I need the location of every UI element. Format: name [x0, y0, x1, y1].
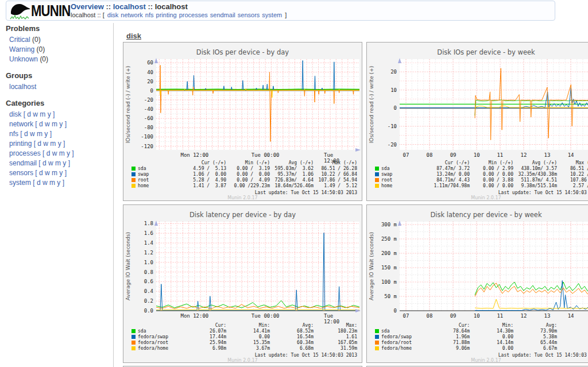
graph-image[interactable] — [156, 222, 359, 311]
legend-series-name: home — [131, 183, 183, 188]
sidebar-link-printing[interactable]: printing [ d w m y ] — [9, 140, 65, 148]
sidebar-link-critical[interactable]: Critical — [9, 36, 30, 44]
graph-legend: Cur:Min:Avg:Max:sda78.64m14.30m73.90mfed… — [375, 322, 588, 351]
sidebar-item-network: network [ d w m y ] — [6, 119, 110, 129]
legend-value — [557, 339, 588, 345]
y-tick-label: 20 — [123, 79, 153, 84]
graph-image[interactable] — [400, 59, 588, 150]
legend-value: 13.24m/ 0.00 — [426, 171, 470, 177]
subnav-prefix: localhost :: [ — [71, 11, 106, 18]
sidebar-link-processes[interactable]: processes [ d w m y ] — [9, 149, 74, 157]
legend-corner — [131, 160, 183, 165]
legend-row: fedora/home6.98m3.67m6.68m31.59m — [131, 345, 357, 351]
sidebar-link-warning[interactable]: Warning — [9, 45, 34, 53]
legend-swatch-fedora-home — [131, 346, 136, 350]
legend-col-header: Avg: — [270, 322, 314, 328]
legend-value: 0.00 / 0.00 — [226, 171, 270, 177]
y-tick-label: 0 — [367, 105, 397, 111]
legend-value: 0.00 — [470, 345, 513, 351]
y-tick-label: -80 — [123, 125, 153, 130]
legend-value: 1.41 / 3.87 — [183, 183, 226, 188]
subnav-link-sendmail[interactable]: sendmail — [210, 11, 235, 18]
legend-value: 14.30m — [470, 328, 513, 334]
legend-value: 32.35m/430.38m — [513, 171, 557, 177]
sidebar-divider — [113, 23, 114, 367]
subnav-link-system[interactable]: system — [262, 11, 282, 18]
graph-panel-disk-latency-week: Disk latency per device - by weekAverage… — [366, 204, 588, 363]
legend-series-name: fedora/swap — [375, 334, 426, 339]
breadcrumb-group-link[interactable]: localhost — [113, 2, 146, 11]
legend-value: 0.00 / 3.19 — [226, 165, 270, 171]
legend-value: 0.00 / 0.00 — [470, 171, 513, 177]
sidebar-item-unknown: Unknown (0) — [6, 55, 110, 64]
legend-row: swap13.24m/ 0.000.00 / 0.0032.35m/430.38… — [375, 171, 588, 177]
last-update: Last update: Tue Oct 15 14:50:03 2013 — [131, 353, 357, 358]
legend-value: 0.00 — [470, 334, 513, 339]
subnav-link-network[interactable]: network — [121, 11, 143, 18]
x-tick-label: 09 — [450, 152, 457, 158]
sidebar-link-sendmail[interactable]: sendmail [ d w m y ] — [9, 159, 70, 167]
sidebar-link-network[interactable]: network [ d w m y ] — [9, 120, 67, 128]
legend-value: 0.00 / 2.99 — [470, 165, 513, 171]
legend-row: fedora/root71.88m14.14m65.44m — [375, 339, 588, 345]
legend-row: fedora/swap1.96m0.005.38m — [375, 334, 588, 339]
legend-value: 0.00 / 4.09 — [226, 177, 270, 183]
sidebar-link-system[interactable]: system [ d w m y ] — [9, 179, 64, 187]
legend-swatch-root — [131, 178, 136, 182]
legend-value: 1.06 / 0.00 — [183, 171, 226, 177]
munin-logo[interactable]: MUNIN — [10, 2, 79, 20]
sidebar-item-warning: Warning (0) — [6, 45, 110, 55]
subnav-suffix: ] — [283, 11, 287, 18]
legend-value: 726.83m/ 4.64 — [270, 177, 314, 183]
legend-value: 14.14m — [470, 339, 513, 345]
subnav-link-processes[interactable]: processes — [179, 11, 208, 18]
legend-value: 167.05m — [314, 339, 357, 345]
sidebar-link-disk[interactable]: disk [ d w m y ] — [9, 110, 55, 118]
sidebar-link-localhost[interactable]: localhost — [9, 83, 36, 91]
legend-value: 1.61 — [314, 334, 357, 339]
legend-value: 438.10m/ 3.57 — [513, 165, 557, 171]
subnav-link-nfs[interactable]: nfs — [145, 11, 154, 18]
x-tick-label: 10 — [474, 313, 480, 319]
y-tick-label: 1.0 — [123, 260, 153, 265]
y-tick-label: -100 — [123, 134, 153, 140]
graph-image[interactable] — [156, 59, 359, 150]
legend-col-header: Avg (-/+) — [270, 160, 314, 165]
legend-row: swap1.06 / 0.000.00 / 0.0095.37m/ 1.0610… — [131, 171, 357, 177]
legend-row: fedora/home9.06m0.006.67m — [375, 345, 588, 351]
x-tick-label: 14 — [568, 152, 574, 158]
legend-value: 0.00 /229.23m — [226, 183, 270, 188]
subnav-link-sensors[interactable]: sensors — [238, 11, 260, 18]
y-tick-label: 10 — [367, 87, 397, 93]
legend-value: 86.51 / — [557, 165, 588, 171]
legend-col-header: Max: — [314, 322, 357, 328]
rrdtool-watermark: RRDTOOL / TOBI OETIKER — [362, 222, 362, 311]
x-tick-label: 11 — [497, 313, 503, 319]
x-tick-label: 07 — [403, 152, 409, 158]
legend-value: 5.28 / 4.90 — [183, 177, 226, 183]
graph-title: Disk IOs per device - by day — [123, 48, 362, 56]
legend-series-name: root — [375, 177, 426, 183]
disk-section-link[interactable]: disk — [126, 32, 141, 40]
graph-image[interactable] — [400, 222, 588, 311]
legend-value — [557, 328, 588, 334]
legend-series-name: fedora/home — [375, 345, 426, 351]
legend-col-header: Min: — [470, 322, 513, 328]
breadcrumb-overview-link[interactable]: Overview — [71, 2, 104, 11]
sidebar-link-nfs[interactable]: nfs [ d w m y ] — [9, 130, 52, 138]
y-tick-label: 0 — [367, 308, 397, 314]
header: MUNIN Overview :: localhost :: localhost… — [6, 1, 555, 21]
subnav-link-disk[interactable]: disk — [107, 11, 119, 18]
legend-col-header: Cur: — [183, 322, 226, 328]
sidebar-item-processes: processes [ d w m y ] — [6, 149, 110, 159]
graph-panel-disk-ios-day: Disk IOs per device - by dayIOs/second r… — [123, 42, 362, 201]
subnav: localhost :: [ disknetworknfsprintingpro… — [71, 11, 287, 18]
subnav-link-printing[interactable]: printing — [156, 11, 177, 18]
sidebar-item-system: system [ d w m y ] — [6, 178, 110, 188]
graph-title: Disk IOs per device - by week — [367, 48, 588, 56]
sidebar-link-unknown[interactable]: Unknown — [9, 55, 38, 63]
legend-swatch-home — [131, 184, 136, 188]
legend-series-name: sda — [131, 165, 183, 171]
sidebar-link-sensors[interactable]: sensors [ d w m y ] — [9, 169, 67, 177]
y-tick-label: 300 m — [367, 222, 397, 227]
